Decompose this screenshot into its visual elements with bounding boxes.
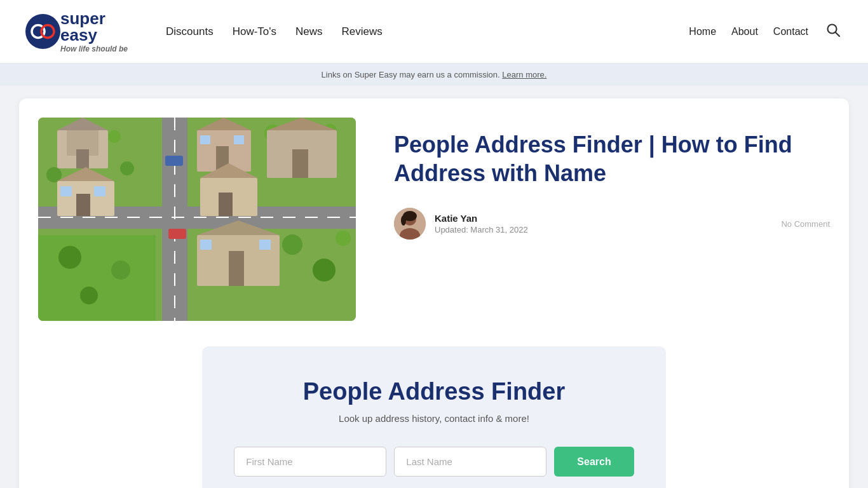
author-avatar: [394, 208, 426, 240]
svg-rect-49: [168, 229, 186, 239]
svg-rect-42: [229, 251, 244, 286]
nav-howtos[interactable]: How-To's: [233, 25, 276, 38]
main-nav: Discounts How-To's News Reviews: [166, 25, 689, 38]
svg-rect-44: [259, 240, 271, 250]
logo-icon: [25, 14, 60, 49]
svg-rect-36: [219, 193, 233, 216]
article-hero-image: [38, 118, 356, 321]
right-nav: Home About Contact: [689, 20, 843, 43]
right-nav-about[interactable]: About: [731, 26, 758, 37]
svg-rect-21: [94, 186, 105, 196]
svg-rect-13: [76, 149, 89, 168]
svg-point-45: [282, 234, 302, 255]
logo-easy: easy: [60, 25, 97, 44]
right-nav-home[interactable]: Home: [689, 26, 716, 37]
svg-rect-39: [292, 149, 308, 178]
nav-reviews[interactable]: Reviews: [342, 25, 383, 38]
author-info: Katie Yan Updated: March 31, 2022: [435, 213, 528, 234]
logo-tagline: How life should be: [60, 44, 128, 53]
article-meta: People Address Finder | How to Find Addr…: [394, 118, 830, 240]
finder-subtitle: Look up address history, contact info & …: [227, 413, 641, 424]
search-button[interactable]: Search: [554, 447, 634, 477]
svg-point-25: [80, 287, 98, 304]
svg-point-54: [401, 215, 406, 226]
svg-rect-48: [165, 156, 183, 166]
svg-point-16: [120, 161, 134, 175]
finder-widget: People Address Finder Look up address hi…: [202, 346, 666, 488]
article-title: People Address Finder | How to Find Addr…: [394, 130, 830, 187]
article-card: People Address Finder | How to Find Addr…: [19, 98, 849, 488]
svg-point-24: [111, 261, 130, 280]
svg-point-15: [108, 130, 121, 143]
author-date: Updated: March 31, 2022: [435, 225, 528, 234]
svg-point-47: [336, 231, 351, 246]
svg-rect-22: [38, 235, 156, 321]
article-header: People Address Finder | How to Find Addr…: [38, 118, 830, 321]
last-name-input[interactable]: [394, 447, 546, 477]
nav-news[interactable]: News: [295, 25, 323, 38]
finder-form: Search: [227, 447, 641, 477]
nav-discounts[interactable]: Discounts: [166, 25, 214, 38]
svg-point-23: [58, 246, 81, 269]
no-comment-label: No Comment: [781, 219, 830, 229]
site-header: super easy How life should be Discounts …: [0, 0, 868, 64]
author-row: Katie Yan Updated: March 31, 2022 No Com…: [394, 208, 830, 240]
disclaimer-link[interactable]: Learn more.: [502, 70, 546, 79]
first-name-input[interactable]: [234, 447, 386, 477]
svg-line-4: [836, 32, 840, 37]
search-icon-button[interactable]: [824, 20, 843, 43]
disclaimer-text: Links on Super Easy may earn us a commis…: [322, 70, 503, 79]
logo[interactable]: super easy How life should be: [25, 10, 128, 53]
finder-title: People Address Finder: [227, 378, 641, 405]
svg-rect-19: [76, 194, 90, 216]
author-name: Katie Yan: [435, 213, 528, 224]
svg-point-46: [313, 259, 336, 281]
main-content: People Address Finder | How to Find Addr…: [0, 86, 868, 488]
svg-rect-30: [234, 135, 244, 144]
svg-rect-29: [200, 135, 210, 144]
svg-rect-43: [200, 240, 212, 250]
disclaimer-bar: Links on Super Easy may earn us a commis…: [0, 64, 868, 86]
right-nav-contact[interactable]: Contact: [773, 26, 808, 37]
search-icon: [826, 23, 840, 37]
logo-text: super easy How life should be: [60, 10, 128, 53]
svg-rect-20: [60, 186, 72, 196]
